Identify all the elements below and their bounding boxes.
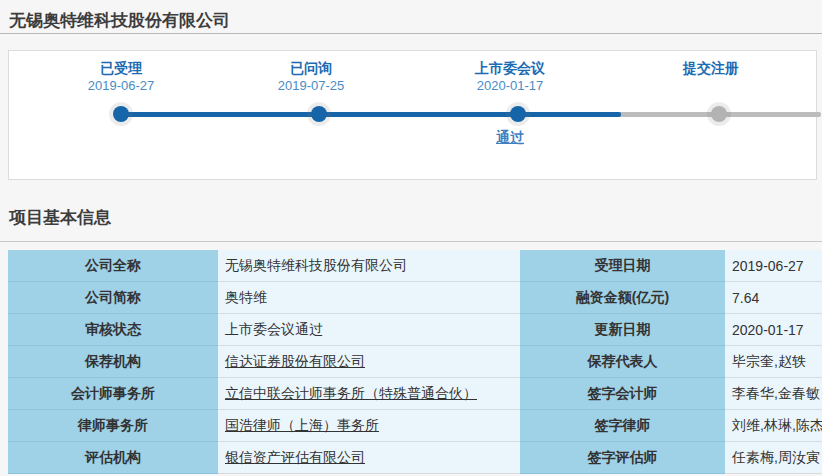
info-label: 签字会计师 — [520, 378, 725, 410]
info-label: 签字评估师 — [520, 442, 725, 474]
stage-name: 已受理 — [41, 59, 201, 77]
timeline-line-active — [121, 112, 621, 117]
info-label: 公司简称 — [8, 282, 218, 314]
info-value: 任素梅,周汝寅 — [725, 442, 822, 474]
info-label: 融资金额(亿元) — [520, 282, 725, 314]
info-value: 银信资产评估有限公司 — [218, 442, 520, 474]
stage-inquired: 已问询 2019-07-25 — [231, 59, 391, 95]
info-label: 会计师事务所 — [8, 378, 218, 410]
info-value: 2020-01-17 — [725, 314, 822, 346]
info-label: 受理日期 — [520, 250, 725, 282]
info-label: 公司全称 — [8, 250, 218, 282]
appraisal-firm-link[interactable]: 银信资产评估有限公司 — [225, 449, 365, 467]
stage-accepted: 已受理 2019-06-27 — [41, 59, 201, 95]
info-table: 公司全称 无锡奥特维科技股份有限公司 受理日期 2019-06-27 公司简称 … — [8, 250, 822, 474]
info-label: 评估机构 — [8, 442, 218, 474]
stage-name: 提交注册 — [631, 59, 791, 77]
info-label: 保荐代表人 — [520, 346, 725, 378]
timeline-card: 已受理 2019-06-27 已问询 2019-07-25 上市委会议 2020… — [8, 50, 817, 180]
info-label: 律师事务所 — [8, 410, 218, 442]
info-value: 上市委会议通过 — [218, 314, 520, 346]
stage-name: 上市委会议 — [430, 59, 590, 77]
info-value: 毕宗奎,赵轶 — [725, 346, 822, 378]
stage-date: 2019-07-25 — [231, 77, 391, 95]
info-value: 信达证券股份有限公司 — [218, 346, 520, 378]
stage-submit-registration: 提交注册 — [631, 59, 791, 77]
stage-committee-meeting: 上市委会议 2020-01-17 — [430, 59, 590, 95]
info-label: 保荐机构 — [8, 346, 218, 378]
info-value: 立信中联会计师事务所（特殊普通合伙） — [218, 378, 520, 410]
info-label: 审核状态 — [8, 314, 218, 346]
sponsor-link[interactable]: 信达证券股份有限公司 — [225, 353, 365, 371]
info-label: 更新日期 — [520, 314, 725, 346]
stage-dot — [510, 106, 526, 122]
info-label: 签字律师 — [520, 410, 725, 442]
info-value: 奥特维 — [218, 282, 520, 314]
info-value: 无锡奥特维科技股份有限公司 — [218, 250, 520, 282]
info-value: 2019-06-27 — [725, 250, 822, 282]
page-title: 无锡奥特维科技股份有限公司 — [0, 0, 822, 32]
section-title: 项目基本信息 — [9, 206, 822, 229]
stage-dot — [711, 106, 727, 122]
info-value: 7.64 — [725, 282, 822, 314]
stage-name: 已问询 — [231, 59, 391, 77]
law-firm-link[interactable]: 国浩律师（上海）事务所 — [225, 417, 379, 435]
pass-result-link[interactable]: 通过 — [430, 129, 590, 147]
info-value: 国浩律师（上海）事务所 — [218, 410, 520, 442]
stage-dot — [311, 106, 327, 122]
accounting-firm-link[interactable]: 立信中联会计师事务所（特殊普通合伙） — [225, 385, 477, 403]
info-value: 刘维,林琳,陈杰 — [725, 410, 822, 442]
info-value: 李春华,金春敏 — [725, 378, 822, 410]
section-header: 项目基本信息 — [0, 206, 822, 242]
stage-date: 2020-01-17 — [430, 77, 590, 95]
page-header: 无锡奥特维科技股份有限公司 — [0, 0, 822, 34]
stage-date: 2019-06-27 — [41, 77, 201, 95]
stage-dot — [113, 106, 129, 122]
